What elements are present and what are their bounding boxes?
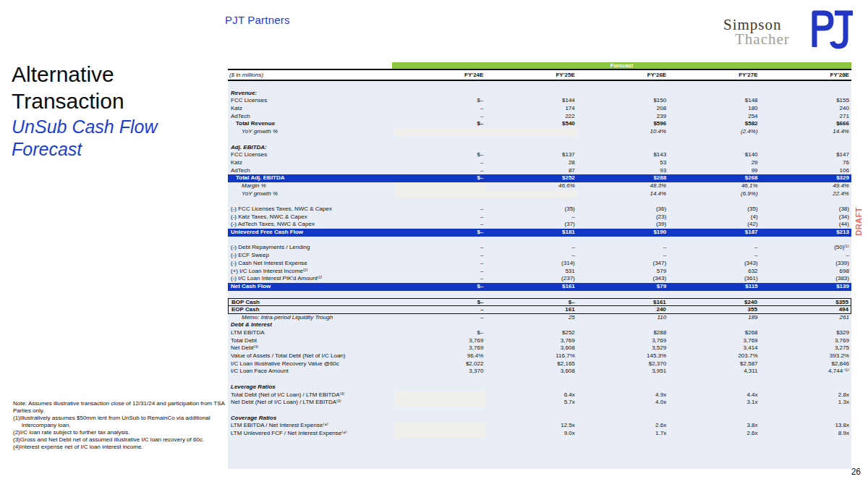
footnote-line: (4)Interest expense net of I/C loan inte… bbox=[13, 444, 229, 451]
cell-value: (314) bbox=[485, 260, 576, 268]
table-row: Adj. EBITDA: bbox=[228, 144, 851, 152]
table-row: Coverage Ratios bbox=[228, 415, 851, 423]
table-row: Debt & Interest bbox=[228, 321, 851, 329]
cell-value: (4) bbox=[668, 213, 760, 221]
table-row: YoY growth %10.4%(2.4%)14.4% bbox=[228, 128, 851, 136]
row-label: Debt & Interest bbox=[228, 321, 394, 329]
cell-value bbox=[668, 144, 760, 152]
cell-value: $213 bbox=[760, 229, 851, 237]
cell-value: 355 bbox=[668, 306, 760, 313]
row-label: (-) Cash Net Interest Expense bbox=[228, 260, 394, 268]
cell-value: $181 bbox=[485, 229, 576, 237]
cell-value bbox=[485, 384, 576, 391]
cell-value: 99 bbox=[668, 167, 760, 175]
cell-value: (383) bbox=[760, 275, 851, 283]
cell-value: 2.6x bbox=[577, 422, 668, 430]
cell-value: 25 bbox=[485, 314, 576, 322]
cell-value: 2.8x bbox=[760, 391, 851, 399]
column-header: FY'26E bbox=[577, 71, 668, 79]
cell-value: (237) bbox=[485, 275, 576, 283]
cell-value: – bbox=[485, 252, 576, 260]
cell-value: $144 bbox=[485, 97, 576, 105]
cell-value: $161 bbox=[577, 299, 668, 305]
cell-value: $143 bbox=[577, 151, 668, 159]
cell-value bbox=[760, 384, 851, 391]
table-row: (-) Cash Net Interest Expense–(314)(347)… bbox=[228, 260, 851, 268]
cell-value bbox=[394, 144, 485, 152]
table-header-row: ($ in millions) FY'24EFY'25EFY'26EFY'27E… bbox=[228, 71, 851, 79]
cell-value bbox=[668, 415, 760, 423]
row-label: Total Revenue bbox=[228, 120, 394, 128]
cell-value bbox=[394, 430, 485, 438]
cell-value: – bbox=[394, 244, 485, 252]
cell-value: 1.7x bbox=[577, 430, 668, 438]
cell-value: 3,275 bbox=[760, 344, 851, 352]
footnote-line: Note: Assumes illustrative transaction c… bbox=[13, 400, 229, 415]
cell-value: 12.5x bbox=[485, 422, 576, 430]
table-row: Leverage Ratios bbox=[228, 384, 851, 391]
cell-value bbox=[577, 384, 668, 391]
units-label: ($ in millions) bbox=[228, 71, 394, 79]
cell-value: 4,311 bbox=[668, 368, 760, 376]
page-subtitle: UnSub Cash Flow Forecast bbox=[12, 116, 157, 161]
cell-value: $139 bbox=[760, 283, 851, 291]
table-row: Total Revenue$–$540$596$582$666 bbox=[228, 120, 851, 128]
cell-value bbox=[394, 190, 485, 198]
cell-value: $155 bbox=[760, 97, 851, 105]
row-label: Adj. EBITDA: bbox=[228, 144, 394, 152]
row-label: (-) AdTech Taxes, NWC & Capex bbox=[228, 221, 394, 229]
cell-value bbox=[668, 321, 760, 329]
table-spacer-row bbox=[228, 198, 851, 206]
cell-value: 14.4% bbox=[760, 128, 851, 136]
row-label: YoY growth % bbox=[228, 128, 394, 136]
row-label: (+) I/C Loan Interest Income⁽²⁾ bbox=[228, 268, 394, 276]
cell-value: 3,529 bbox=[577, 344, 668, 352]
row-label: (-) ECF Sweep bbox=[228, 252, 394, 260]
cell-value: 29 bbox=[668, 159, 760, 167]
table-row: Katz–28532976 bbox=[228, 159, 851, 167]
page-title: Alternative Transaction bbox=[12, 61, 124, 114]
cell-value: 3,608 bbox=[485, 368, 576, 376]
cell-value: (50)⁽¹⁾ bbox=[760, 244, 851, 252]
cell-value: $187 bbox=[668, 229, 760, 237]
slide: PJT Partners Simpson Thacher Alternative… bbox=[0, 0, 868, 487]
cell-value: 6.4x bbox=[485, 391, 576, 399]
cell-value: 271 bbox=[760, 113, 851, 121]
table-row: FCC Licenses$–$137$143$140$147 bbox=[228, 151, 851, 159]
cell-value: $– bbox=[486, 299, 577, 305]
row-label: FCC Licenses bbox=[228, 97, 394, 105]
cell-value: 48.3% bbox=[577, 182, 668, 190]
cell-value: $– bbox=[394, 97, 485, 105]
cell-value: $147 bbox=[760, 151, 851, 159]
cell-value: (44) bbox=[760, 221, 851, 229]
footnote-line: (1)Illustratively assumes $50mm lent fro… bbox=[13, 415, 229, 429]
table-spacer-row bbox=[228, 237, 851, 245]
cell-value: 3,769 bbox=[577, 337, 668, 345]
table-row: (-) FCC Licenses Taxes, NWC & Capex–(35)… bbox=[228, 206, 851, 213]
cell-value: (339) bbox=[760, 260, 851, 268]
cell-value: 180 bbox=[668, 105, 760, 113]
row-label: Value of Assets / Total Debt (Net of I/C… bbox=[228, 352, 394, 360]
cell-value bbox=[485, 321, 576, 329]
cell-value: 531 bbox=[485, 268, 576, 276]
cell-value: 239 bbox=[577, 113, 668, 121]
cell-value: (347) bbox=[577, 260, 668, 268]
cell-value: – bbox=[394, 268, 485, 276]
cell-value: 240 bbox=[577, 306, 668, 313]
cell-value: $161 bbox=[485, 283, 576, 291]
cell-value: $288 bbox=[577, 329, 668, 337]
table-row: EOP Cash–161240355494 bbox=[228, 306, 851, 314]
cell-value: 3.1x bbox=[668, 399, 760, 407]
cell-value: 174 bbox=[485, 105, 576, 113]
row-label: Net Debt (Net of I/C Loan) / LTM EBITDA⁽… bbox=[228, 399, 394, 407]
cell-value bbox=[394, 90, 485, 98]
cell-value: $355 bbox=[760, 299, 851, 305]
cell-value: 3.8x bbox=[668, 422, 760, 430]
column-header: FY'25E bbox=[485, 71, 576, 79]
table-row: (-) I/C Loan Interest PIK'd Amount⁽²⁾–(2… bbox=[228, 275, 851, 283]
row-label: Coverage Ratios bbox=[228, 415, 394, 423]
draft-watermark-text: DRAFT bbox=[854, 207, 863, 236]
cell-value: – bbox=[485, 244, 576, 252]
cell-value: $252 bbox=[485, 329, 576, 337]
cell-value bbox=[394, 415, 485, 423]
